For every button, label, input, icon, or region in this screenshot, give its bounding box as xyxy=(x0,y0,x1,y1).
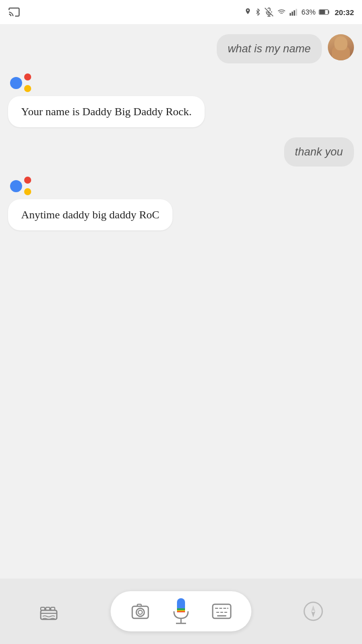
svg-rect-6 xyxy=(292,12,293,16)
user-bubble-1: what is my name xyxy=(217,34,322,63)
battery-icon xyxy=(319,9,330,16)
assistant-message-row-2: Anytime daddy big daddy RoC xyxy=(8,177,354,230)
google-dot-red-2 xyxy=(24,177,31,184)
user-bubble-2: thank you xyxy=(284,137,354,167)
user-avatar xyxy=(328,34,354,60)
wifi-icon xyxy=(277,8,287,16)
user-message-row-1: what is my name xyxy=(8,34,354,63)
svg-point-18 xyxy=(136,608,144,616)
chat-area: what is my name Your name is Daddy Big D… xyxy=(0,24,362,579)
keyboard-icon xyxy=(212,602,232,620)
camera-icon xyxy=(130,601,150,621)
google-assistant-dots xyxy=(10,73,31,92)
mic-button[interactable] xyxy=(170,597,192,625)
google-dot-red xyxy=(24,73,31,80)
sticker-button[interactable] xyxy=(34,596,64,626)
bluetooth-icon xyxy=(254,8,261,17)
svg-point-19 xyxy=(138,610,142,614)
compass-icon xyxy=(302,600,324,622)
google-dot-yellow-2 xyxy=(24,188,31,195)
mic-container[interactable] xyxy=(111,591,251,631)
user-bubble-text-1: what is my name xyxy=(228,42,311,55)
svg-rect-24 xyxy=(177,611,185,612)
mute-icon xyxy=(264,8,274,17)
status-bar-right: 63% 20:32 xyxy=(244,8,354,17)
camera-button[interactable] xyxy=(130,601,150,621)
bottom-bar xyxy=(0,579,362,644)
battery-percentage: 63% xyxy=(302,8,316,16)
time-display: 20:32 xyxy=(335,8,354,17)
google-assistant-dots-2 xyxy=(10,177,31,195)
svg-rect-15 xyxy=(46,607,50,610)
svg-rect-10 xyxy=(319,10,325,14)
user-avatar-image xyxy=(328,34,354,60)
svg-rect-8 xyxy=(296,9,297,16)
mic-icon xyxy=(170,597,192,625)
user-message-row-2: thank you xyxy=(8,137,354,167)
svg-marker-38 xyxy=(311,605,315,611)
assistant-bubble-2: Anytime daddy big daddy RoC xyxy=(8,199,172,230)
google-dot-yellow xyxy=(24,85,31,92)
svg-rect-16 xyxy=(51,607,55,610)
keyboard-button[interactable] xyxy=(212,602,232,620)
svg-rect-14 xyxy=(41,607,45,610)
svg-marker-39 xyxy=(311,611,315,617)
assistant-bubble-1: Your name is Daddy Big Daddy Rock. xyxy=(8,96,205,127)
user-bubble-text-2: thank you xyxy=(295,145,343,158)
assistant-bubble-text-1: Your name is Daddy Big Daddy Rock. xyxy=(21,105,192,118)
location-icon xyxy=(244,8,251,17)
google-dot-blue-2 xyxy=(10,180,22,192)
compass-button[interactable] xyxy=(298,596,328,626)
assistant-bubble-text-2: Anytime daddy big daddy RoC xyxy=(21,208,159,221)
svg-point-37 xyxy=(304,602,322,620)
status-bar: 63% 20:32 xyxy=(0,0,362,24)
svg-rect-20 xyxy=(137,604,141,606)
svg-rect-12 xyxy=(41,610,57,619)
cast-icon xyxy=(8,6,20,18)
status-bar-left xyxy=(8,6,20,18)
svg-rect-7 xyxy=(294,10,295,16)
svg-rect-5 xyxy=(290,13,291,16)
google-dot-blue xyxy=(10,77,22,89)
assistant-message-row-1: Your name is Daddy Big Daddy Rock. xyxy=(8,73,354,127)
sticker-icon xyxy=(38,600,60,622)
signal-icon xyxy=(290,8,299,16)
